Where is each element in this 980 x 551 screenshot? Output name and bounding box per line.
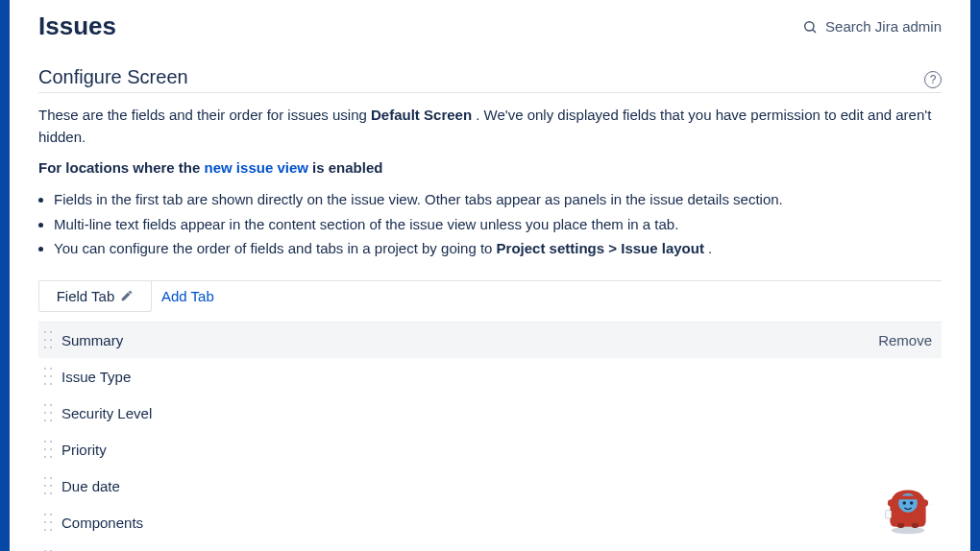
- bullet-item: Multi-line text fields appear in the con…: [54, 212, 942, 237]
- field-row[interactable]: Due date: [38, 468, 942, 505]
- field-name: Security Level: [61, 405, 932, 421]
- field-name: Issue Type: [61, 369, 932, 385]
- search-admin-label: Search Jira admin: [825, 18, 942, 35]
- field-row[interactable]: Affects versions: [38, 541, 942, 552]
- drag-handle-icon[interactable]: [44, 477, 52, 494]
- page-title: Issues: [38, 12, 116, 41]
- svg-point-6: [910, 501, 913, 504]
- info-bullets: Fields in the first tab are shown direct…: [54, 187, 942, 261]
- drag-handle-icon[interactable]: [44, 404, 52, 421]
- field-row-summary[interactable]: Summary Remove: [38, 323, 942, 359]
- svg-line-1: [813, 29, 816, 32]
- tab-field-tab[interactable]: Field Tab: [38, 281, 152, 312]
- field-row[interactable]: Priority: [38, 432, 942, 468]
- svg-rect-4: [899, 496, 918, 500]
- field-name: Components: [61, 515, 932, 531]
- drag-handle-icon[interactable]: [44, 441, 52, 458]
- bullet-item: Fields in the first tab are shown direct…: [54, 187, 942, 212]
- mascot-avatar: [878, 478, 938, 538]
- new-issue-view-link[interactable]: new issue view: [205, 159, 308, 176]
- search-icon: [802, 19, 818, 35]
- fields-list: Summary Remove Issue Type Security Level…: [38, 322, 942, 552]
- field-row[interactable]: Issue Type: [38, 359, 942, 395]
- locations-heading: For locations where the new issue view i…: [38, 159, 942, 176]
- field-tab-label: Field Tab: [57, 288, 115, 304]
- help-icon[interactable]: ?: [924, 71, 942, 88]
- field-name: Summary: [61, 332, 878, 348]
- screen-description: These are the fields and their order for…: [38, 105, 942, 148]
- field-name: Due date: [61, 478, 932, 494]
- svg-rect-11: [912, 523, 919, 528]
- svg-point-2: [892, 527, 925, 534]
- field-row[interactable]: Components: [38, 505, 942, 541]
- drag-handle-icon[interactable]: [44, 368, 52, 385]
- bullet-item: You can configure the order of fields an…: [54, 236, 942, 261]
- svg-point-5: [903, 501, 906, 504]
- svg-point-0: [805, 21, 814, 30]
- configure-screen-heading: Configure Screen: [38, 66, 188, 88]
- field-row[interactable]: Security Level: [38, 395, 942, 432]
- pencil-icon[interactable]: [120, 289, 134, 302]
- svg-point-9: [921, 499, 928, 506]
- drag-handle-icon[interactable]: [44, 331, 52, 348]
- remove-button[interactable]: Remove: [878, 332, 932, 348]
- drag-handle-icon[interactable]: [44, 514, 52, 531]
- svg-point-8: [888, 499, 894, 506]
- add-tab-button[interactable]: Add Tab: [161, 288, 214, 304]
- svg-rect-10: [897, 523, 904, 528]
- svg-rect-7: [885, 510, 891, 518]
- search-jira-admin-button[interactable]: Search Jira admin: [802, 18, 942, 35]
- field-name: Priority: [61, 442, 932, 458]
